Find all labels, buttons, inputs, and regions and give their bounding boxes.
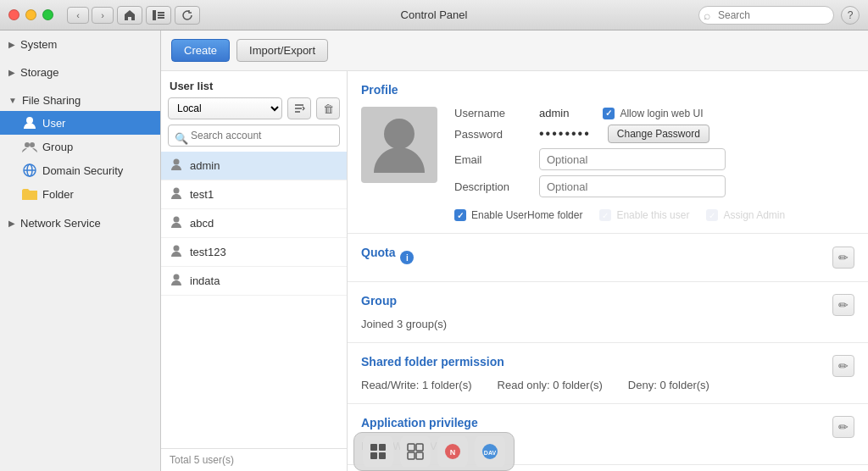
shared-folder-edit-button[interactable]: ✏: [832, 355, 854, 377]
shared-folder-info: Read/Write: 1 folder(s) Read only: 0 fol…: [361, 379, 709, 391]
user-row-test1[interactable]: test1: [161, 180, 347, 209]
search-input[interactable]: [698, 6, 834, 25]
svg-rect-22: [379, 452, 386, 459]
sidebar-label-domain: Domain Security: [42, 164, 123, 177]
quota-section: Quota i ✏: [348, 234, 868, 282]
user-row-icon-test123: [170, 244, 183, 260]
taskbar-webdav-icon[interactable]: DAV: [475, 436, 505, 467]
user-row-icon-admin: [170, 158, 183, 174]
delete-button[interactable]: 🗑: [316, 97, 340, 119]
local-dropdown[interactable]: Local: [168, 97, 282, 119]
password-value: ••••••••: [539, 126, 591, 141]
enable-user-wrap: Enable this user: [599, 209, 689, 221]
shared-folder-section: Shared folder permission Read/Write: 1 f…: [348, 343, 868, 404]
svg-point-16: [174, 246, 180, 252]
taskbar-grid-icon[interactable]: [363, 436, 393, 467]
change-password-button[interactable]: Change Password: [608, 125, 709, 143]
sidebar-item-group[interactable]: Group: [0, 135, 160, 158]
import-export-button[interactable]: Import/Export: [236, 39, 328, 62]
minimize-button[interactable]: [25, 9, 36, 20]
taskbar: N DAV: [353, 432, 515, 471]
group-header: Group Joined 3 group(s) ✏: [361, 294, 854, 330]
help-button[interactable]: ?: [841, 6, 860, 25]
forward-button[interactable]: ›: [92, 7, 114, 24]
user-row-name-admin: admin: [190, 159, 220, 172]
sidebar-item-network[interactable]: ▶ Network Service: [0, 213, 160, 234]
profile-fields: Username admin Allow login web UI Passwo…: [454, 107, 854, 221]
svg-point-5: [25, 142, 30, 147]
group-content: Group Joined 3 group(s): [361, 294, 447, 330]
enable-user-checkbox[interactable]: [599, 209, 611, 221]
svg-rect-20: [379, 444, 386, 451]
title-bar: ‹ › Control Panel ?: [0, 0, 868, 30]
sidebar: ▶ System ▶ Storage ▼ File Sharing: [0, 30, 161, 471]
sidebar-toggle-button[interactable]: [146, 6, 171, 25]
search-bar: ?: [698, 6, 860, 25]
search-icon: 🔍: [175, 132, 188, 145]
user-row-test123[interactable]: test123: [161, 238, 347, 267]
user-list-title: User list: [161, 71, 347, 97]
user-search-input[interactable]: [168, 125, 340, 147]
user-row-abcd[interactable]: abcd: [161, 209, 347, 238]
sidebar-item-domain-security[interactable]: Domain Security: [0, 158, 160, 182]
user-list-panel: User list Local 🗑: [161, 71, 348, 471]
svg-rect-0: [153, 10, 156, 20]
back-button[interactable]: ‹: [67, 7, 89, 24]
close-button[interactable]: [8, 9, 19, 20]
app-privilege-title: Application privilege: [361, 416, 478, 429]
nav-buttons: ‹ ›: [67, 7, 114, 24]
sidebar-item-storage[interactable]: ▶ Storage: [0, 62, 160, 83]
quota-header: Quota i ✏: [361, 246, 854, 269]
user-row-indata[interactable]: indata: [161, 267, 347, 296]
sidebar-section-system: ▶ System: [0, 30, 160, 58]
user-row-admin[interactable]: admin: [161, 152, 347, 180]
assign-admin-checkbox[interactable]: [706, 209, 718, 221]
user-row-name-test1: test1: [190, 188, 214, 201]
enable-user-label: Enable this user: [616, 209, 689, 221]
enable-userhome-checkbox[interactable]: [454, 209, 466, 221]
sidebar-label-storage: Storage: [20, 66, 59, 79]
refresh-button[interactable]: [175, 6, 200, 25]
avatar: [361, 107, 437, 183]
chevron-down-icon: ▼: [8, 96, 17, 105]
user-row-icon-test1: [170, 186, 183, 202]
password-row: Password •••••••• Change Password: [454, 125, 854, 143]
window-title: Control Panel: [401, 8, 468, 21]
content-area: Create Import/Export User list Local: [161, 30, 868, 471]
svg-rect-24: [416, 444, 423, 451]
group-section-title: Group: [361, 294, 447, 308]
username-label: Username: [454, 107, 531, 119]
profile-section-title: Profile: [361, 83, 854, 97]
sort-button[interactable]: [287, 97, 311, 119]
maximize-button[interactable]: [42, 9, 53, 20]
group-edit-button[interactable]: ✏: [832, 294, 854, 316]
taskbar-apps-icon[interactable]: [400, 436, 431, 467]
sidebar-section-network: ▶ Network Service: [0, 209, 160, 237]
sidebar-item-system[interactable]: ▶ System: [0, 34, 160, 55]
sidebar-item-user[interactable]: User: [0, 111, 160, 135]
sidebar-label-group: Group: [42, 141, 73, 153]
sidebar-label-filesharing: File Sharing: [22, 94, 81, 107]
svg-point-13: [174, 159, 180, 165]
taskbar-nfs-icon[interactable]: N: [437, 436, 468, 467]
quota-info-icon[interactable]: i: [400, 251, 414, 264]
email-input[interactable]: [539, 148, 726, 170]
quota-edit-button[interactable]: ✏: [832, 247, 854, 269]
group-icon: [22, 139, 37, 154]
sidebar-label-system: System: [20, 38, 57, 51]
sidebar-label-user: User: [42, 117, 65, 130]
email-label: Email: [454, 153, 531, 166]
home-button[interactable]: [117, 6, 142, 25]
shared-folder-content: Shared folder permission Read/Write: 1 f…: [361, 355, 709, 391]
app-privilege-edit-button[interactable]: ✏: [832, 416, 854, 438]
svg-text:N: N: [450, 448, 456, 457]
create-button[interactable]: Create: [171, 39, 230, 62]
description-input[interactable]: [539, 175, 726, 197]
panel-layout: User list Local 🗑: [161, 71, 868, 471]
user-row-icon-abcd: [170, 215, 183, 231]
sidebar-item-filesharing[interactable]: ▼ File Sharing: [0, 90, 160, 111]
password-label: Password: [454, 128, 531, 141]
sidebar-item-folder[interactable]: Folder: [0, 182, 160, 206]
shared-folder-header: Shared folder permission Read/Write: 1 f…: [361, 355, 854, 391]
allow-login-checkbox[interactable]: [603, 108, 615, 119]
